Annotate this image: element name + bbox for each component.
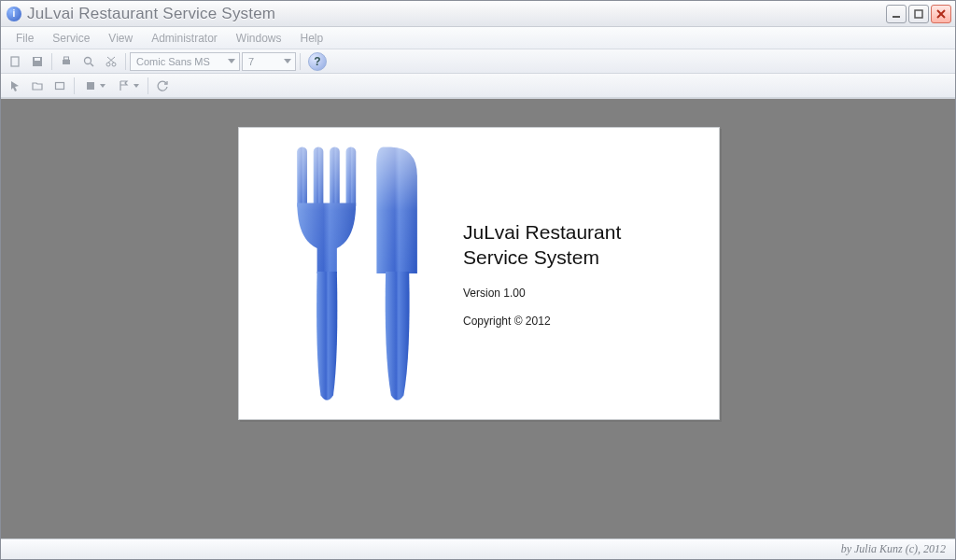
minimize-button[interactable] — [886, 5, 907, 23]
splash-version: Version 1.00 — [463, 287, 695, 300]
splash-title-line2: Service System — [463, 246, 599, 268]
close-button[interactable] — [931, 5, 951, 23]
svg-rect-7 — [63, 60, 70, 64]
preview-icon[interactable] — [78, 52, 99, 71]
tool-pointer-icon[interactable] — [5, 77, 25, 95]
app-icon: i — [7, 7, 21, 21]
font-size-value: 7 — [248, 56, 254, 67]
print-icon[interactable] — [56, 52, 77, 71]
svg-rect-8 — [64, 57, 69, 60]
menu-administrator[interactable]: Administrator — [142, 27, 227, 49]
svg-point-12 — [112, 63, 116, 66]
menu-windows[interactable]: Windows — [227, 27, 291, 49]
maximize-button[interactable] — [908, 5, 929, 23]
svg-rect-21 — [297, 147, 356, 273]
svg-line-14 — [107, 57, 114, 63]
status-bar: by Julia Kunz (c), 2012 — [1, 539, 955, 559]
svg-rect-16 — [87, 82, 94, 90]
window-title: JuLvai Restaurant Service System — [27, 5, 886, 23]
menu-view[interactable]: View — [99, 27, 142, 49]
menu-help[interactable]: Help — [291, 27, 333, 49]
tool-shape-dropdown[interactable] — [78, 77, 110, 95]
menu-service[interactable]: Service — [43, 27, 99, 49]
separator — [125, 53, 126, 70]
fork-knife-icon — [267, 138, 454, 409]
font-name-select[interactable]: Comic Sans MS — [130, 52, 240, 71]
tool-flag-dropdown[interactable] — [112, 77, 144, 95]
font-size-select[interactable]: 7 — [242, 52, 296, 71]
svg-point-11 — [106, 63, 110, 66]
title-bar: i JuLvai Restaurant Service System — [1, 1, 955, 27]
separator — [51, 53, 52, 70]
splash-title: JuLvai Restaurant Service System — [463, 219, 695, 271]
chevron-down-icon — [284, 59, 291, 63]
status-credits: by Julia Kunz (c), 2012 — [841, 542, 946, 556]
app-window: i JuLvai Restaurant Service System File … — [0, 0, 956, 560]
menu-bar: File Service View Administrator Windows … — [1, 27, 955, 49]
svg-rect-6 — [35, 58, 40, 61]
splash-text-block: JuLvai Restaurant Service System Version… — [463, 219, 695, 329]
svg-rect-15 — [56, 82, 64, 89]
splash-title-line1: JuLvai Restaurant — [463, 221, 621, 243]
tool-refresh-icon[interactable] — [152, 77, 173, 95]
save-icon[interactable] — [27, 52, 48, 71]
window-controls — [886, 5, 951, 23]
splash-copyright: Copyright © 2012 — [463, 315, 695, 328]
tool-rectangle-icon[interactable] — [49, 77, 70, 95]
svg-rect-1 — [915, 10, 922, 18]
chevron-down-icon — [228, 59, 235, 63]
tool-folder-icon[interactable] — [27, 77, 48, 95]
menu-file[interactable]: File — [7, 27, 43, 49]
chevron-down-icon — [100, 84, 105, 88]
new-icon[interactable] — [5, 52, 25, 71]
toolbar-primary: Comic Sans MS 7 ? — [1, 49, 955, 74]
svg-point-9 — [85, 57, 91, 63]
svg-line-13 — [108, 57, 115, 63]
separator — [74, 77, 75, 94]
separator — [300, 53, 301, 70]
svg-rect-4 — [11, 57, 19, 66]
toolbar-secondary — [1, 74, 955, 98]
mdi-client-area: JuLvai Restaurant Service System Version… — [1, 98, 955, 539]
cut-icon[interactable] — [101, 52, 121, 71]
help-icon[interactable]: ? — [308, 52, 327, 71]
chevron-down-icon — [134, 84, 139, 88]
separator — [148, 77, 148, 94]
splash-panel: JuLvai Restaurant Service System Version… — [238, 127, 720, 420]
svg-line-10 — [91, 63, 93, 66]
svg-rect-22 — [376, 147, 417, 273]
font-name-value: Comic Sans MS — [136, 56, 210, 67]
